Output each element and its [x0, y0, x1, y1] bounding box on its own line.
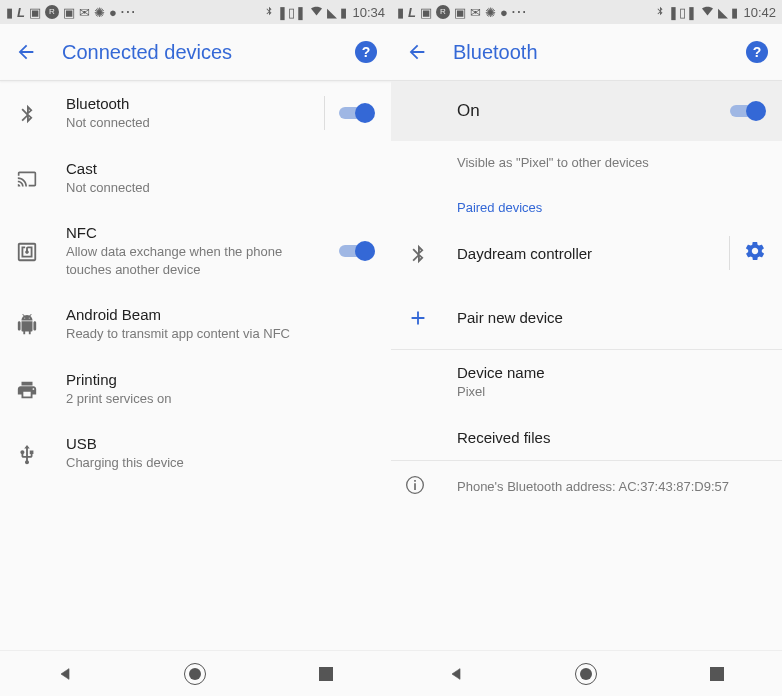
app-square2-icon: ▣ [63, 6, 75, 19]
more-notifications-icon: ··· [512, 5, 528, 19]
paired-device-name: Daydream controller [457, 245, 721, 262]
nfc-toggle[interactable] [339, 241, 375, 261]
item-received-files[interactable]: Received files [391, 415, 782, 460]
wifi-icon [700, 5, 715, 19]
pair-new-label: Pair new device [457, 309, 766, 326]
wifi-icon [309, 5, 324, 19]
item-sub: Ready to transmit app content via NFC [66, 325, 375, 343]
brightness-icon: ✺ [94, 6, 105, 19]
header: Bluetooth ? [391, 24, 782, 80]
bluetooth-master-switch-row[interactable]: On [391, 81, 782, 141]
item-title: Cast [66, 160, 375, 177]
circle-home-icon [184, 663, 206, 685]
signal-icon: ◣ [327, 6, 337, 19]
rave-icon: R [436, 5, 450, 19]
screen-connected-devices: ▮ L ▣ R ▣ ✉ ✺ ● ··· ❚▯❚ ◣ ▮ 10:34 Conne [0, 0, 391, 696]
item-title: Printing [66, 371, 375, 388]
pair-new-device[interactable]: Pair new device [391, 285, 782, 349]
plus-icon [407, 307, 429, 329]
bluetooth-status-icon [655, 4, 665, 20]
triangle-back-icon [448, 666, 464, 682]
page-title: Connected devices [62, 41, 331, 64]
arrow-back-icon [406, 41, 428, 63]
header: Connected devices ? [0, 24, 391, 80]
gmail-icon: ✉ [470, 6, 481, 19]
item-title: Bluetooth [66, 95, 316, 112]
page-title: Bluetooth [453, 41, 722, 64]
device-name-title: Device name [457, 364, 766, 381]
bluetooth-address-text: Phone's Bluetooth address: AC:37:43:87:D… [457, 479, 729, 494]
item-usb[interactable]: USB Charging this device [0, 421, 391, 486]
back-button[interactable] [405, 40, 429, 64]
item-printing[interactable]: Printing 2 print services on [0, 357, 391, 422]
item-nfc[interactable]: NFC Allow data exchange when the phone t… [0, 210, 391, 292]
item-title: USB [66, 435, 375, 452]
square-recent-icon [710, 667, 724, 681]
android-icon [16, 314, 38, 336]
help-button[interactable]: ? [355, 41, 377, 63]
help-button[interactable]: ? [746, 41, 768, 63]
item-device-name[interactable]: Device name Pixel [391, 350, 782, 415]
letter-l-icon: L [408, 6, 416, 19]
nav-back-button[interactable] [35, 654, 95, 694]
app-square-icon: ▣ [420, 6, 432, 19]
battery-small-icon: ▮ [397, 6, 404, 19]
dot-icon: ● [500, 6, 508, 19]
status-bar: ▮ L ▣ R ▣ ✉ ✺ ● ··· ❚▯❚ ◣ ▮ 10:34 [0, 0, 391, 24]
battery-small-icon: ▮ [6, 6, 13, 19]
dot-icon: ● [109, 6, 117, 19]
item-android-beam[interactable]: Android Beam Ready to transmit app conte… [0, 292, 391, 357]
bluetooth-address-row: Phone's Bluetooth address: AC:37:43:87:D… [391, 461, 782, 513]
bluetooth-master-toggle[interactable] [730, 101, 766, 121]
letter-l-icon: L [17, 6, 25, 19]
vibrate-icon: ❚▯❚ [277, 6, 306, 19]
content: On Visible as "Pixel" to other devices P… [391, 81, 782, 650]
item-sub: Not connected [66, 179, 375, 197]
more-notifications-icon: ··· [121, 5, 137, 19]
device-settings-button[interactable] [744, 240, 766, 266]
print-icon [16, 379, 38, 401]
item-sub: 2 print services on [66, 390, 375, 408]
status-bar: ▮ L ▣ R ▣ ✉ ✺ ● ··· ❚▯❚ ◣ ▮ 10:42 [391, 0, 782, 24]
back-button[interactable] [14, 40, 38, 64]
separator [729, 236, 730, 270]
bluetooth-icon [407, 243, 429, 265]
received-files-title: Received files [457, 429, 766, 446]
status-time: 10:42 [743, 5, 776, 20]
screen-bluetooth: ▮ L ▣ R ▣ ✉ ✺ ● ··· ❚▯❚ ◣ ▮ 10:42 Bluet [391, 0, 782, 696]
app-square2-icon: ▣ [454, 6, 466, 19]
vibrate-icon: ❚▯❚ [668, 6, 697, 19]
item-cast[interactable]: Cast Not connected [0, 146, 391, 211]
separator [324, 96, 325, 130]
item-title: NFC [66, 224, 331, 241]
rave-icon: R [45, 5, 59, 19]
battery-icon: ▮ [340, 6, 347, 19]
bluetooth-toggle[interactable] [339, 103, 375, 123]
item-sub: Charging this device [66, 454, 375, 472]
content: Bluetooth Not connected Cast Not connect… [0, 81, 391, 650]
cast-icon [16, 169, 38, 189]
navigation-bar [0, 650, 391, 696]
nav-home-button[interactable] [165, 654, 225, 694]
gear-icon [744, 240, 766, 262]
section-paired-devices: Paired devices [391, 184, 782, 221]
visibility-text: Visible as "Pixel" to other devices [391, 141, 782, 184]
nav-recent-button[interactable] [687, 654, 747, 694]
item-bluetooth[interactable]: Bluetooth Not connected [0, 81, 391, 146]
nav-recent-button[interactable] [296, 654, 356, 694]
status-time: 10:34 [352, 5, 385, 20]
square-recent-icon [319, 667, 333, 681]
arrow-back-icon [15, 41, 37, 63]
paired-device-daydream[interactable]: Daydream controller [391, 221, 782, 285]
navigation-bar [391, 650, 782, 696]
battery-icon: ▮ [731, 6, 738, 19]
circle-home-icon [575, 663, 597, 685]
item-sub: Allow data exchange when the phone touch… [66, 243, 331, 278]
nfc-icon [16, 241, 38, 263]
bluetooth-status-icon [264, 4, 274, 20]
nav-home-button[interactable] [556, 654, 616, 694]
item-sub: Not connected [66, 114, 316, 132]
switch-label: On [457, 101, 730, 121]
app-square-icon: ▣ [29, 6, 41, 19]
nav-back-button[interactable] [426, 654, 486, 694]
